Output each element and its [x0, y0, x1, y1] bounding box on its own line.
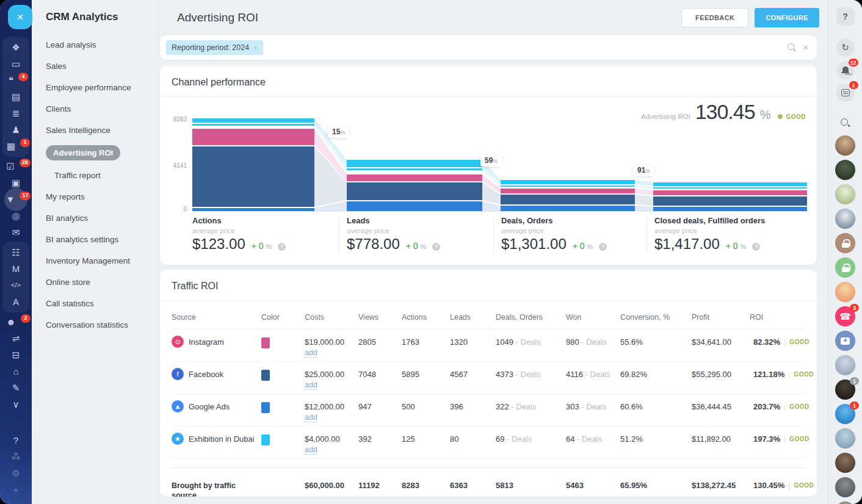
robot-icon[interactable]: ☻2 — [5, 314, 26, 330]
sidebar-item-bi-analytics-settings[interactable]: BI analytics settings — [46, 235, 118, 244]
inbox-icon[interactable]: ▤ — [5, 88, 26, 105]
add-cost-link[interactable]: add — [305, 413, 317, 422]
sidebar-item-conversation-statistics[interactable]: Conversation statistics — [46, 320, 128, 329]
color-swatch[interactable] — [261, 337, 270, 348]
badge-count: 1 — [850, 401, 859, 409]
apps-icon[interactable]: ❖ — [5, 39, 26, 56]
help-circle-icon[interactable]: ? — [432, 243, 440, 251]
phone-call-icon[interactable]: ☎3 — [835, 306, 855, 326]
help-icon[interactable]: ? — [5, 432, 26, 448]
target-icon[interactable]: ◎ — [5, 207, 26, 224]
nodes-icon[interactable]: ⁂ — [5, 448, 26, 465]
sidebar-item-online-store[interactable]: Online store — [46, 278, 90, 287]
help-panel-icon[interactable]: ? — [836, 7, 855, 26]
desktop-icon[interactable]: ▭ — [5, 56, 26, 72]
sidebar-item-clients[interactable]: Clients — [46, 104, 71, 113]
chat-list-icon[interactable]: 1 — [836, 84, 855, 102]
sidebar-item-my-reports[interactable]: My reports — [46, 192, 85, 201]
color-swatch[interactable] — [261, 434, 270, 445]
channel-performance-card: Channel performance Advertising ROI 130.… — [160, 66, 817, 265]
avatar-fish[interactable]: 1 — [835, 404, 855, 424]
source-label: Exhibition in Dubai — [189, 434, 255, 444]
cart-icon[interactable]: ⊟ — [5, 347, 26, 363]
funnel-bar-segment — [653, 190, 807, 195]
sidebar-item-sales[interactable]: Sales — [46, 62, 67, 71]
funnel-bar-segment — [653, 187, 807, 189]
table-row[interactable]: ★Exhibition in Dubai$4,000.00add39212580… — [172, 427, 805, 459]
sidebar-item-call-statistics[interactable]: Call statistics — [46, 299, 94, 308]
add-cost-link[interactable]: add — [305, 445, 317, 455]
avatar-user-5[interactable]: 1 — [835, 380, 855, 400]
avatar-user-7[interactable] — [835, 453, 855, 473]
help-circle-icon[interactable]: ? — [752, 243, 760, 251]
avatar-user-3[interactable] — [835, 209, 855, 229]
table-row[interactable]: ▲Google Ads$12,000.00add947500396322 - D… — [172, 394, 805, 427]
search-icon[interactable] — [841, 118, 850, 128]
color-swatch[interactable] — [261, 370, 270, 381]
number-cell: 500 — [402, 400, 450, 411]
notifications-bell-icon[interactable]: 12 — [836, 61, 855, 79]
sidebar-item-inventory-management[interactable]: Inventory Management — [46, 256, 130, 265]
mail-icon[interactable]: ✉ — [5, 224, 26, 240]
chip-close-icon[interactable]: × — [253, 44, 257, 51]
help-circle-icon[interactable]: ? — [599, 243, 607, 251]
locked-chat-icon-2[interactable] — [835, 257, 855, 278]
stage-stat-3: Deals, Ordersaverage price$1,301.00+ 0 %… — [501, 216, 648, 253]
page-header: Advertising ROI FEEDBACK CONFIGURE — [159, 0, 828, 35]
funnel-bar-segment — [501, 206, 635, 211]
close-sidebar-button[interactable]: × — [8, 5, 32, 29]
settings-gear-icon[interactable]: ⚙ — [5, 465, 26, 481]
table-row[interactable]: ⊙Instagram$19,000.00add2805176313201049 … — [172, 329, 805, 362]
avatar-user-4[interactable] — [835, 355, 855, 375]
funnel-bar-segment — [192, 129, 314, 145]
roi-cell: 82.32%|GOOD — [750, 336, 805, 347]
signature-icon[interactable]: ✎ — [5, 380, 26, 396]
filter-bar[interactable]: Reporting period: 2024 × × — [160, 35, 817, 60]
sidebar-item-advertising-roi[interactable]: Advertising ROI — [46, 145, 120, 160]
clear-filter-icon[interactable]: × — [803, 43, 808, 52]
filter-chip[interactable]: Reporting period: 2024 × — [166, 40, 263, 55]
configure-button[interactable]: CONFIGURE — [755, 8, 819, 27]
sidebar-item-bi-analytics[interactable]: BI analytics — [46, 214, 88, 223]
contacts-icon[interactable]: ♟ — [5, 121, 26, 138]
avatar-user-8[interactable] — [835, 502, 855, 504]
table-row[interactable]: fFacebook$25,000.00add7048589545674373 -… — [172, 362, 805, 394]
locked-chat-icon[interactable] — [835, 233, 855, 253]
warehouse-icon[interactable]: ⌂ — [5, 363, 26, 380]
analytics-sidebar: CRM Analytics Lead analysisSalesEmployee… — [32, 0, 159, 504]
documents-icon[interactable]: ≣ — [5, 105, 26, 121]
crm-funnel-icon[interactable]: ▼17 — [5, 191, 26, 207]
marketing-icon[interactable]: M — [5, 261, 26, 277]
search-icon[interactable] — [788, 43, 796, 52]
messenger-icon[interactable]: ❝4 — [5, 72, 26, 88]
avatar-user-1[interactable] — [835, 135, 855, 156]
sidebar-item-sales-intelligence[interactable]: Sales Intelligence — [46, 126, 110, 135]
add-cost-link[interactable]: add — [305, 348, 317, 358]
avatar-dog[interactable] — [835, 184, 855, 204]
avatar-fruits[interactable] — [835, 282, 855, 302]
sidebar-item-traffic-report[interactable]: Traffic report — [54, 171, 101, 180]
add-cost-link[interactable]: add — [305, 381, 317, 390]
avatar-user-6[interactable] — [835, 428, 855, 448]
tasks-icon[interactable]: ☑28 — [5, 158, 26, 175]
group-chat-icon[interactable] — [835, 331, 855, 351]
calendar-icon[interactable]: ▦1 — [5, 138, 26, 154]
plus-icon[interactable]: + — [5, 481, 26, 498]
sidebar-item-lead-analysis[interactable]: Lead analysis — [46, 40, 96, 49]
color-swatch[interactable] — [261, 402, 270, 413]
collapse-icon[interactable]: ∨ — [5, 396, 26, 412]
help-circle-icon[interactable]: ? — [278, 243, 286, 251]
automation-icon[interactable]: A — [5, 293, 26, 310]
history-icon[interactable]: ↻ — [836, 38, 855, 57]
sliders-icon[interactable]: ⇌ — [5, 330, 26, 347]
stat-sublabel: average price — [192, 227, 339, 234]
feedback-button[interactable]: FEEDBACK — [681, 8, 748, 27]
avatar-group[interactable] — [835, 477, 855, 497]
code-icon[interactable]: </> — [5, 277, 26, 293]
avatar-user-2[interactable] — [835, 160, 855, 180]
stage-stat-2: Leadsaverage price$778.00+ 0 %? — [347, 216, 493, 253]
number-cell: 69.82% — [620, 368, 692, 379]
database-icon[interactable]: ☷ — [5, 244, 26, 261]
sidebar-item-employee-performance[interactable]: Employee performance — [46, 83, 131, 92]
funnel-chart[interactable]: 15%59%91% — [192, 114, 807, 213]
